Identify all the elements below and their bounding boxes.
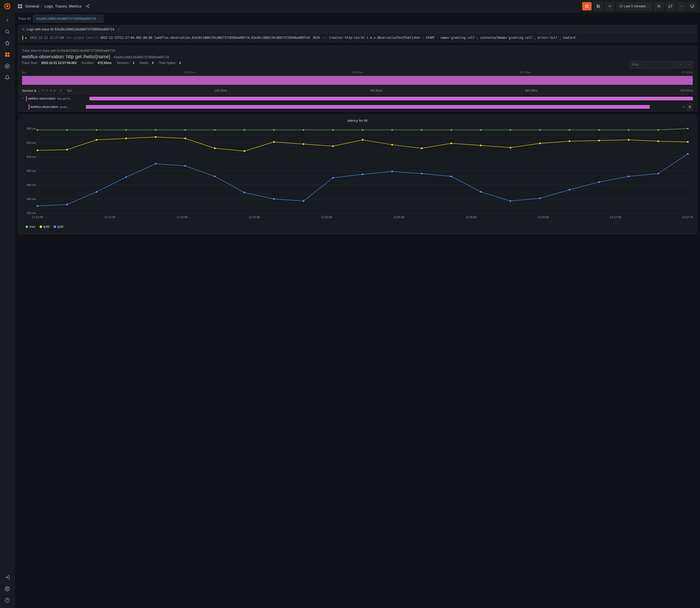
trace-find-input[interactable] [629, 61, 676, 69]
trace-total-spans-value: 2 [179, 61, 181, 65]
sidebar-item-explore[interactable] [2, 61, 13, 71]
ruler-50: 236.26ms [352, 71, 363, 74]
latency-canvas [22, 125, 693, 223]
legend-max-label: max [30, 225, 35, 229]
svg-rect-19 [587, 5, 588, 6]
span-bar-0 [90, 97, 693, 100]
chart-legend: max tp99 tp95 [22, 223, 693, 230]
trace-start-label: Trace Start: [22, 61, 38, 65]
trace-view-header: Trace View for trace with id 63a36c18661… [18, 46, 697, 61]
log-expand-toggle[interactable]: ▶ [25, 36, 27, 40]
tl-236: 236.26ms [370, 89, 382, 92]
main-content: General / Logs, Traces, Metrics [15, 0, 700, 608]
share-button[interactable] [84, 3, 91, 10]
sidebar-item-help[interactable] [2, 595, 13, 605]
dashboard-settings-button[interactable] [605, 2, 614, 11]
legend-tp99-label: tp99 [43, 225, 50, 229]
sidebar-toggle-expand[interactable] [2, 15, 13, 25]
trace-depth-value: 2 [152, 61, 154, 65]
log-area: ▶ 2022-12-21 12:27:04 (no unique labels)… [18, 34, 697, 42]
span-row-0[interactable]: webflux-observation http get /h... [18, 94, 697, 103]
refresh-button[interactable] [666, 2, 675, 11]
minimap-bar [22, 76, 693, 85]
trace-find-row [629, 61, 693, 69]
ruler-25: 118.13ms [184, 71, 195, 74]
panel-chevron-icon[interactable] [117, 28, 120, 31]
time-range-picker[interactable]: Last 5 minutes [617, 2, 652, 11]
grafana-logo[interactable] [3, 2, 12, 11]
chart-title: latency for All [22, 119, 693, 122]
time-range-label: Last 5 minutes [624, 4, 646, 8]
service-col-expand[interactable] [45, 89, 49, 92]
svg-point-4 [5, 30, 8, 33]
minimap-ruler: 0μs 118.13ms 236.26ms 354.39ms 472.52ms [22, 71, 693, 75]
scroll-up-button[interactable] [681, 104, 687, 110]
span-op-0: http get /h... [57, 97, 72, 100]
chart-container[interactable] [22, 125, 693, 223]
svg-rect-18 [586, 5, 587, 6]
expand-button[interactable] [687, 104, 693, 110]
trace-view-title: webflux-observation: http get /hello/{na… [22, 54, 693, 60]
svg-rect-30 [689, 106, 690, 107]
page-content: Trace ID 63a36c1866134c86673728560ad0072… [15, 13, 700, 608]
span-op-1: greeti... [60, 105, 70, 109]
svg-rect-27 [690, 5, 694, 7]
trace-duration-label: Duration: [82, 61, 94, 65]
span-color-1 [29, 104, 30, 110]
svg-marker-8 [6, 65, 8, 67]
find-up-button[interactable] [686, 61, 693, 69]
tl-0: 0μs [67, 89, 72, 92]
svg-point-10 [7, 588, 8, 590]
service-col-more[interactable]: » [54, 89, 56, 93]
sidebar-item-settings[interactable] [2, 584, 13, 594]
legend-max-dot [25, 226, 28, 228]
ruler-75: 354.39ms [519, 71, 531, 74]
svg-point-13 [88, 4, 89, 5]
service-col-expand-all[interactable] [50, 89, 53, 92]
trace-view-panel-title: Trace View for trace with id 63a36c18661… [22, 49, 693, 53]
sidebar-item-search[interactable] [2, 26, 13, 37]
svg-point-15 [88, 7, 89, 8]
svg-line-16 [87, 6, 89, 7]
span-service-0: webflux-observation [28, 97, 56, 100]
logs-panel-header: Logs with trace ID 63a36c1866134c8667372… [18, 25, 697, 34]
ruler-0: 0μs [22, 71, 26, 74]
svg-point-22 [609, 6, 610, 7]
sidebar-item-signin[interactable] [2, 572, 13, 583]
save-dashboard-button[interactable] [594, 2, 603, 11]
trace-total-spans-label: Total Spans: [159, 61, 176, 65]
trace-id-selector[interactable]: 63a36c1866134c86673728560ad00724 [33, 15, 103, 22]
tl-472: 472.52ms [681, 89, 693, 92]
trace-id-bar: Trace ID 63a36c1866134c86673728560ad0072… [18, 15, 697, 22]
svg-rect-21 [587, 6, 588, 7]
span-bar-1 [86, 105, 650, 109]
ruler-100: 472.52ms [682, 71, 693, 74]
log-entry: ▶ 2022-12-21 12:27:04 (no unique labels)… [22, 36, 694, 40]
add-panel-button[interactable] [582, 2, 591, 11]
svg-point-14 [86, 6, 87, 7]
svg-line-17 [87, 5, 89, 6]
span-bar-area-1 [86, 104, 679, 110]
trace-services-value: 1 [133, 61, 134, 65]
sidebar-item-alerting[interactable] [2, 72, 13, 83]
pause-icon: ⏸ [58, 89, 63, 92]
spans-service-column-header[interactable]: Service & ... » [22, 89, 56, 93]
sidebar-item-dashboards[interactable] [2, 50, 13, 60]
tl-118: 118.13ms [214, 89, 227, 92]
latency-panel: latency for All max tp99 tp95 [18, 115, 697, 234]
zoom-out-button[interactable] [654, 2, 664, 11]
trace-minimap[interactable] [22, 76, 693, 85]
refresh-dropdown-button[interactable] [677, 2, 685, 11]
span-service-1: webflux-observation [31, 105, 58, 109]
find-down-button[interactable] [677, 61, 685, 69]
sidebar-item-starred[interactable] [2, 38, 13, 49]
legend-tp99-dot [39, 226, 42, 228]
svg-rect-20 [586, 6, 587, 7]
log-content: 2022-12-21T12:27:04.002-08:00 [webflux-o… [100, 36, 575, 40]
legend-max: max [25, 225, 35, 229]
span-toggle-0[interactable] [22, 96, 25, 100]
tv-mode-button[interactable] [687, 2, 697, 11]
span-row-1[interactable]: webflux-observation greeti... [18, 103, 697, 111]
trace-view-trace-id: 63a36c1866134c86673728560ad00724 [114, 55, 169, 59]
trace-service-name: webflux-observation [22, 54, 63, 59]
